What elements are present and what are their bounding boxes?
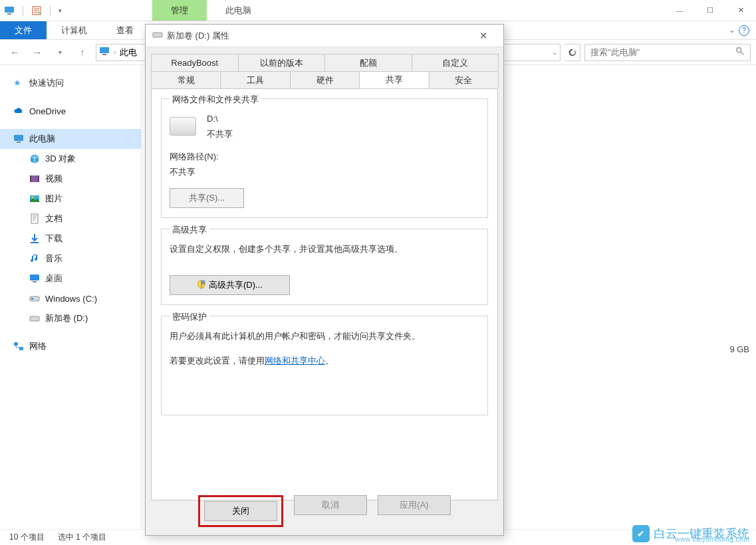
text: 。 [325, 356, 334, 366]
address-dropdown-icon[interactable]: ⌄ [552, 49, 557, 56]
ribbon-view[interactable]: 查看 [102, 21, 148, 39]
group-title: 高级共享 [170, 224, 209, 236]
search-input[interactable]: 搜索"此电脑" [584, 44, 751, 61]
svg-rect-8 [17, 142, 21, 143]
music-icon [29, 253, 40, 264]
properties-icon[interactable] [31, 5, 42, 16]
properties-dialog: 新加卷 (D:) 属性 ✕ ReadyBoost 以前的版本 配额 自定义 常规… [145, 24, 504, 536]
svg-rect-5 [102, 54, 106, 55]
group-network-sharing: 网络文件和文件夹共享 D:\ 不共享 网络路径(N): 不共享 共享(S)... [161, 98, 488, 218]
drive-image [170, 117, 196, 136]
svg-rect-15 [31, 242, 39, 243]
tree-label: 图片 [45, 193, 63, 205]
tree-thispc[interactable]: 此电脑 [0, 129, 141, 149]
tree-videos[interactable]: 视频 [0, 169, 141, 189]
tab-readyboost[interactable]: ReadyBoost [151, 54, 239, 71]
context-tabs: 管理 此电脑 [152, 0, 270, 21]
dialog-tabs: ReadyBoost 以前的版本 配额 自定义 常规 工具 硬件 共享 安全 [146, 47, 503, 88]
svg-rect-21 [14, 342, 18, 346]
tab-thispc[interactable]: 此电脑 [207, 0, 270, 21]
tree-downloads[interactable]: 下载 [0, 229, 141, 249]
tree-desktop[interactable]: 桌面 [0, 269, 141, 288]
divider [50, 5, 51, 16]
share-state: 不共享 [207, 126, 233, 142]
quick-access-toolbar: ▾ [0, 5, 66, 16]
star-icon: ★ [13, 78, 24, 88]
video-icon [29, 173, 40, 184]
downloads-icon [29, 233, 40, 244]
advanced-share-button[interactable]: 高级共享(D)... [170, 275, 290, 295]
tab-hardware[interactable]: 硬件 [290, 71, 360, 88]
tree-drive-d[interactable]: 新加卷 (D:) [0, 308, 141, 328]
tree-quick-access[interactable]: ★快速访问 [0, 73, 141, 93]
close-button[interactable]: ✕ [725, 0, 756, 21]
tab-general[interactable]: 常规 [151, 71, 221, 88]
drive-icon [29, 313, 40, 324]
advanced-desc: 设置自定义权限，创建多个共享，并设置其他高级共享选项。 [170, 241, 479, 257]
ribbon-computer[interactable]: 计算机 [47, 21, 102, 39]
ribbon-right: ⌄ ? [729, 21, 756, 39]
drive-size-fragment: 9 GB [729, 344, 749, 354]
tab-manage[interactable]: 管理 [152, 0, 207, 21]
window-controls: — ☐ ✕ [664, 0, 756, 21]
dialog-footer: 关闭 取消 应用(A) [146, 495, 503, 527]
tab-sharing[interactable]: 共享 [359, 71, 429, 88]
apply-button[interactable]: 应用(A) [378, 495, 451, 515]
dialog-titlebar[interactable]: 新加卷 (D:) 属性 ✕ [146, 25, 503, 47]
tab-previous-versions[interactable]: 以前的版本 [238, 54, 326, 71]
share-button[interactable]: 共享(S)... [170, 188, 244, 208]
tree-onedrive[interactable]: OneDrive [0, 101, 141, 121]
tree-label: 此电脑 [29, 133, 55, 145]
3d-icon [29, 154, 40, 164]
tree-label: 音乐 [45, 253, 63, 265]
tree-network[interactable]: 网络 [0, 336, 141, 356]
password-line1: 用户必须具有此计算机的用户帐户和密码，才能访问共享文件夹。 [170, 328, 479, 344]
tree-3d[interactable]: 3D 对象 [0, 149, 141, 169]
network-center-link[interactable]: 网络和共享中心 [265, 356, 325, 366]
group-title: 密码保护 [170, 311, 209, 323]
ribbon-file[interactable]: 文件 [0, 21, 47, 39]
cancel-button[interactable]: 取消 [294, 495, 367, 515]
tree-drive-c[interactable]: Windows (C:) [0, 288, 141, 308]
ribbon-expand-icon[interactable]: ⌄ [729, 26, 735, 35]
tree-label: Windows (C:) [45, 294, 97, 304]
svg-rect-1 [7, 13, 11, 15]
tree-label: 新加卷 (D:) [45, 312, 88, 324]
refresh-button[interactable] [565, 44, 580, 61]
help-icon[interactable]: ? [739, 25, 749, 36]
svg-rect-16 [30, 274, 39, 280]
divider [23, 5, 23, 16]
nav-recent-icon[interactable]: ▾ [51, 43, 69, 62]
nav-back-button[interactable]: ← [5, 43, 24, 62]
dialog-close-button[interactable]: ✕ [470, 30, 497, 42]
qat-dropdown-icon[interactable]: ▾ [59, 7, 62, 14]
tab-quota[interactable]: 配额 [324, 54, 412, 71]
tree-label: 视频 [45, 173, 63, 185]
tree-label: 网络 [29, 340, 47, 352]
svg-rect-14 [31, 214, 38, 223]
tree-music[interactable]: 音乐 [0, 249, 141, 269]
network-icon [13, 341, 24, 352]
breadcrumb-current[interactable]: 此电 [120, 47, 137, 58]
tree-label: 快速访问 [29, 77, 64, 89]
minimize-button[interactable]: — [664, 0, 695, 21]
svg-rect-9 [30, 175, 39, 182]
password-line2: 若要更改此设置，请使用网络和共享中心。 [170, 353, 479, 368]
tab-customize[interactable]: 自定义 [412, 54, 499, 71]
documents-icon [29, 213, 40, 224]
nav-up-button[interactable]: ↑ [73, 43, 92, 62]
svg-rect-19 [31, 298, 33, 300]
pc-icon [4, 5, 15, 16]
tree-pictures[interactable]: 图片 [0, 189, 141, 209]
dialog-title: 新加卷 (D:) 属性 [167, 30, 229, 42]
close-button[interactable]: 关闭 [204, 501, 277, 521]
tree-label: 下载 [45, 233, 63, 245]
tree-documents[interactable]: 文档 [0, 209, 141, 229]
tab-security[interactable]: 安全 [429, 71, 499, 88]
svg-rect-23 [153, 33, 162, 37]
nav-forward-button[interactable]: → [28, 43, 47, 62]
tab-tools[interactable]: 工具 [220, 71, 290, 88]
maximize-button[interactable]: ☐ [695, 0, 725, 21]
watermark: ✔ 白云一键重装系统 www.baiyunxitong.com [632, 525, 749, 542]
highlight-annotation: 关闭 [198, 495, 283, 527]
